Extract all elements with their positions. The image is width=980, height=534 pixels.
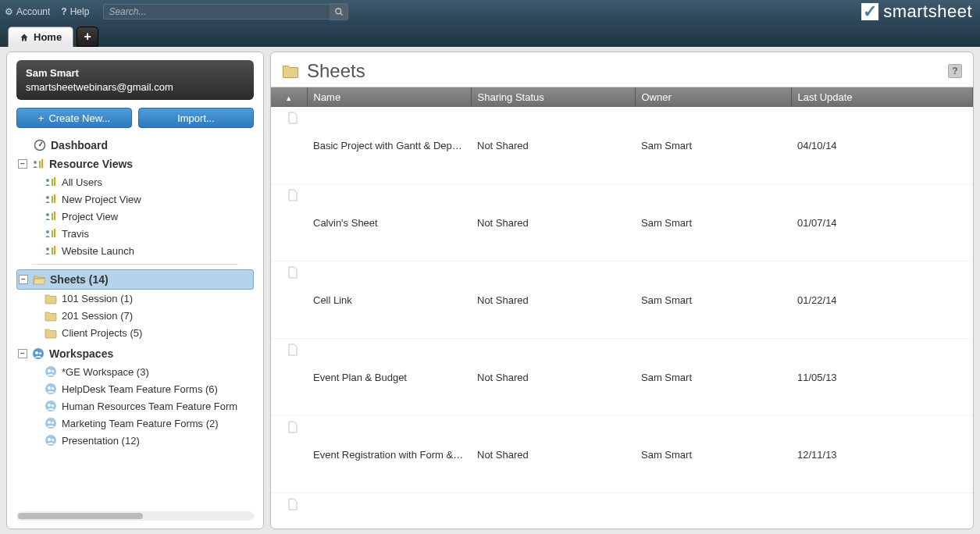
row-owner: Sam Smart xyxy=(635,262,791,339)
row-name: Calvin's Sheet xyxy=(307,184,471,262)
row-icon-cell xyxy=(271,339,307,416)
brand-logo-icon: ✓ xyxy=(861,3,878,20)
row-icon-cell xyxy=(271,493,307,529)
nav-sheets-folder[interactable]: 101 Session (1) xyxy=(43,290,254,307)
tab-bar: Home + xyxy=(0,23,980,47)
sidebar-buttons: + Create New... Import... xyxy=(16,108,254,128)
table-row[interactable]: Event Registration with Form & SuNot Sha… xyxy=(271,416,973,493)
row-updated: 11/05/13 xyxy=(791,339,973,416)
create-new-button[interactable]: + Create New... xyxy=(16,108,132,128)
nav-workspace-item[interactable]: Marketing Team Feature Forms (2) xyxy=(43,415,254,432)
row-sharing: Not Shared xyxy=(471,493,635,529)
nav-item-label: All Users xyxy=(62,176,102,188)
plus-icon: + xyxy=(38,112,45,124)
brand-text: smartsheet xyxy=(883,2,972,22)
row-owner: Sam Smart xyxy=(635,339,791,416)
nav-workspace-item[interactable]: Human Resources Team Feature Form xyxy=(43,397,254,415)
nav-resource-view-item[interactable]: Project View xyxy=(43,208,254,225)
nav-item-label: Project View xyxy=(62,211,118,222)
col-updated[interactable]: Last Update xyxy=(791,87,973,107)
nav-workspaces-label: Workspaces xyxy=(49,347,113,360)
row-updated: 01/22/14 xyxy=(791,262,973,339)
collapse-icon[interactable]: − xyxy=(18,159,27,169)
nav-resource-view-item[interactable]: Website Launch xyxy=(43,242,254,259)
nav-item-label: Marketing Team Feature Forms (2) xyxy=(62,418,219,429)
account-label: Account xyxy=(16,6,50,17)
row-icon-cell xyxy=(271,262,307,339)
row-sharing: Not Shared xyxy=(471,339,635,416)
nav-item-label: 201 Session (7) xyxy=(62,310,133,322)
gear-icon xyxy=(5,6,13,17)
help-link[interactable]: Help xyxy=(61,6,89,17)
sidebar: Sam Smart smartsheetwebinars@gmail.com +… xyxy=(6,52,264,529)
nav-resource-view-item[interactable]: Travis xyxy=(43,225,254,242)
main-area: Sam Smart smartsheetwebinars@gmail.com +… xyxy=(0,47,980,534)
table-row[interactable]: IT Office Relocation PlanningNot SharedS… xyxy=(271,493,973,529)
table-scroll[interactable]: Name Sharing Status Owner Last Update Ba… xyxy=(271,87,973,529)
nav-dashboard-label: Dashboard xyxy=(51,139,108,151)
sheet-icon xyxy=(287,112,299,124)
table-row[interactable]: Calvin's SheetNot SharedSam Smart01/07/1… xyxy=(271,184,973,262)
table-row[interactable]: Cell LinkNot SharedSam Smart01/22/14 xyxy=(271,262,973,339)
search-button[interactable] xyxy=(330,3,348,20)
row-name: Basic Project with Gantt & Depend xyxy=(307,107,471,184)
tab-home-label: Home xyxy=(34,31,62,43)
help-badge[interactable]: ? xyxy=(948,64,962,78)
col-owner[interactable]: Owner xyxy=(635,87,791,107)
table-row[interactable]: Event Plan & BudgetNot SharedSam Smart11… xyxy=(271,339,973,416)
nav-list: Dashboard − Resource Views All UsersNew … xyxy=(16,136,254,507)
user-email: smartsheetwebinars@gmail.com xyxy=(26,80,244,94)
content-header: Sheets ? xyxy=(271,52,973,87)
row-updated: 03/26/14 xyxy=(791,493,973,529)
sheet-icon xyxy=(287,189,299,201)
row-name: Cell Link xyxy=(307,262,471,339)
divider xyxy=(32,264,238,265)
nav-resource-view-item[interactable]: All Users xyxy=(43,173,254,190)
row-icon-cell xyxy=(271,416,307,493)
col-name[interactable]: Name xyxy=(307,87,471,107)
import-label: Import... xyxy=(177,112,215,124)
nav-item-label: Website Launch xyxy=(62,245,134,257)
nav-sheets-folder[interactable]: 201 Session (7) xyxy=(43,307,254,324)
tab-home[interactable]: Home xyxy=(8,27,73,47)
col-sort[interactable] xyxy=(271,87,307,107)
nav-item-label: 101 Session (1) xyxy=(62,293,133,304)
row-name: IT Office Relocation Planning xyxy=(307,493,471,529)
collapse-icon[interactable]: − xyxy=(19,275,28,284)
workspace-icon xyxy=(32,347,45,360)
row-updated: 01/07/14 xyxy=(791,184,973,262)
import-button[interactable]: Import... xyxy=(138,108,254,128)
row-icon-cell xyxy=(271,107,307,184)
nav-workspace-item[interactable]: HelpDesk Team Feature Forms (6) xyxy=(43,380,254,397)
account-link[interactable]: Account xyxy=(5,6,50,17)
folder-icon xyxy=(282,62,299,81)
help-icon xyxy=(61,6,66,17)
row-sharing: Not Shared xyxy=(471,184,635,262)
nav-item-label: New Project View xyxy=(62,194,141,205)
nav-item-label: Travis xyxy=(62,228,89,240)
nav-workspace-item[interactable]: *GE Workspace (3) xyxy=(43,363,254,380)
table-row[interactable]: Basic Project with Gantt & DependNot Sha… xyxy=(271,107,973,184)
search-input[interactable] xyxy=(103,4,330,20)
nav-item-label: Client Projects (5) xyxy=(62,327,142,339)
sheet-icon xyxy=(287,266,299,279)
collapse-icon[interactable]: − xyxy=(18,349,27,358)
row-owner: Sam Smart xyxy=(635,107,791,184)
col-sharing[interactable]: Sharing Status xyxy=(471,87,635,107)
sidebar-scrollbar[interactable] xyxy=(16,511,254,521)
row-icon-cell xyxy=(271,184,307,262)
row-owner: Sam Smart xyxy=(635,184,791,262)
row-owner: Sam Smart xyxy=(635,493,791,529)
people-bar-icon xyxy=(32,158,45,170)
brand: ✓ smartsheet xyxy=(861,0,972,23)
nav-sheets-folder[interactable]: Client Projects (5) xyxy=(43,324,254,341)
nav-workspace-item[interactable]: Presentation (12) xyxy=(43,432,254,449)
row-name: Event Registration with Form & Su xyxy=(307,416,471,493)
user-card: Sam Smart smartsheetwebinars@gmail.com xyxy=(16,60,254,100)
row-sharing: Not Shared xyxy=(471,416,635,493)
nav-resource-view-item[interactable]: New Project View xyxy=(43,190,254,208)
row-sharing: Not Shared xyxy=(471,262,635,339)
add-tab-button[interactable]: + xyxy=(77,27,98,47)
nav-item-label: HelpDesk Team Feature Forms (6) xyxy=(62,383,218,395)
row-updated: 04/10/14 xyxy=(791,107,973,184)
